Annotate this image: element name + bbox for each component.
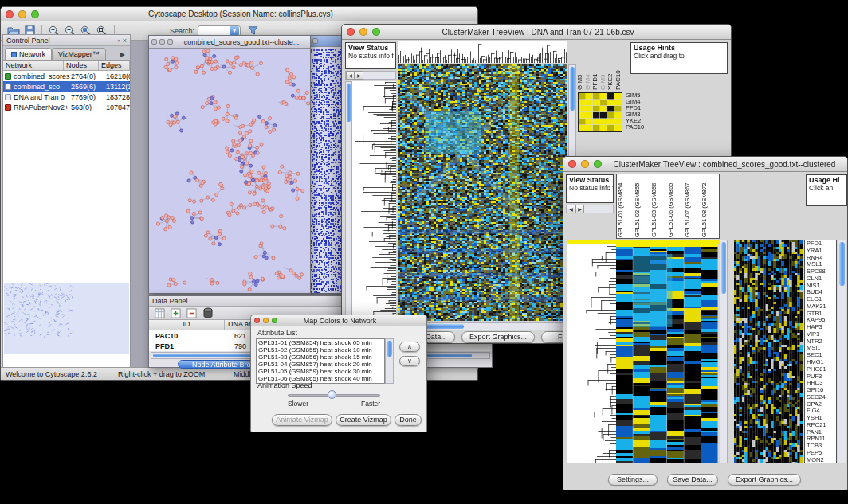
gene-label[interactable]: HMG1 xyxy=(807,359,836,366)
gene-label[interactable]: HRD3 xyxy=(807,380,836,387)
save-data-button[interactable]: Save Data... xyxy=(667,474,718,486)
close-icon[interactable] xyxy=(151,39,157,45)
gene-label[interactable]: MAK31 xyxy=(807,303,836,311)
slider-thumb[interactable] xyxy=(328,390,336,399)
global-heatmap[interactable] xyxy=(734,240,803,463)
tab-overflow-button[interactable]: ▶ xyxy=(120,51,128,60)
scroll-left-icon[interactable]: ◀ xyxy=(346,71,355,80)
gene-label[interactable]: PAN1 xyxy=(807,429,836,436)
gene-label[interactable]: NTR2 xyxy=(807,338,836,346)
minimize-button[interactable] xyxy=(263,318,269,323)
array-label[interactable]: GPL51-01 (GSM854 xyxy=(618,175,634,237)
gene-label[interactable]: HAP3 xyxy=(807,324,836,331)
minimize-button[interactable] xyxy=(18,10,26,18)
treeview-combined-titlebar[interactable]: ClusterMaker TreeView : combined_scores_… xyxy=(563,157,847,172)
settings-button[interactable]: Settings... xyxy=(608,474,658,486)
gene-label[interactable]: MSL1 xyxy=(807,261,836,268)
array-label[interactable]: GPL51-06 (GSM865 xyxy=(668,175,685,237)
array-dendrogram[interactable] xyxy=(398,41,567,63)
export-graphics-button[interactable]: Export Graphics... xyxy=(461,331,535,343)
array-label[interactable]: GIM4 xyxy=(584,42,592,90)
column-header-network[interactable]: Network xyxy=(3,61,64,70)
gene-label[interactable]: PUF3 xyxy=(807,373,836,381)
tab-network[interactable]: Network xyxy=(5,48,52,60)
gene-label[interactable]: SEC1 xyxy=(807,352,836,359)
maximize-icon[interactable] xyxy=(167,39,173,45)
gene-label[interactable]: SPC98 xyxy=(807,268,836,275)
gene-label[interactable]: PEP5 xyxy=(807,450,836,457)
zoom-button[interactable] xyxy=(594,160,602,168)
close-button[interactable] xyxy=(6,10,14,18)
select-attributes-icon[interactable] xyxy=(154,307,166,319)
export-graphics-button[interactable]: Export Graphics... xyxy=(728,474,801,486)
mini-heatmap[interactable] xyxy=(578,92,622,132)
gene-label[interactable]: GTB1 xyxy=(807,311,836,318)
array-label[interactable]: GPL51-07 (GSM867 xyxy=(685,175,701,237)
array-label[interactable]: PFD1 xyxy=(591,42,599,90)
network-canvas[interactable] xyxy=(149,49,310,293)
gene-label[interactable]: ELG1 xyxy=(807,296,836,303)
gene-label[interactable]: RPN11 xyxy=(807,436,836,443)
scrollbar-thumb[interactable] xyxy=(347,84,351,122)
gene-label[interactable]: YRA1 xyxy=(807,248,836,255)
close-icon[interactable] xyxy=(312,38,318,44)
scrollbar-thumb[interactable] xyxy=(721,242,726,294)
gene-label[interactable]: NIS1 xyxy=(807,283,836,290)
gene-dendrogram[interactable] xyxy=(352,81,396,321)
minimize-button[interactable] xyxy=(359,28,367,36)
scroll-right-icon[interactable]: ▶ xyxy=(355,71,363,80)
network-view-titlebar[interactable]: combined_scores_good.txt--cluste... xyxy=(149,36,310,49)
database-icon[interactable] xyxy=(202,307,214,319)
gene-list-vscrollbar[interactable] xyxy=(838,240,846,463)
attribute-item[interactable]: GPL51-03 (GSM856) heat shock 15 min xyxy=(257,354,384,361)
zoom-button[interactable] xyxy=(272,318,277,323)
gene-label[interactable]: PHO81 xyxy=(807,366,836,373)
network-view-2-titlebar[interactable] xyxy=(310,36,344,47)
close-button[interactable] xyxy=(568,160,576,168)
scrollbar-thumb[interactable] xyxy=(570,67,575,111)
array-label[interactable]: YKE2 xyxy=(607,42,614,90)
array-label[interactable]: GIM5 xyxy=(576,42,584,90)
attribute-item[interactable]: GPL51-01 (GSM854) heat shock 05 min xyxy=(257,339,384,346)
column-header-id[interactable]: ID xyxy=(149,320,225,330)
map-colors-titlebar[interactable]: Map Colors to Network xyxy=(251,315,426,326)
gene-label[interactable]: KAP95 xyxy=(807,317,836,324)
create-vizmap-button[interactable]: Create Vizmap xyxy=(336,414,391,426)
scrollbar-thumb[interactable] xyxy=(839,242,845,286)
gene-label[interactable]: FIG4 xyxy=(807,408,836,415)
gene-label[interactable]: VIP1 xyxy=(807,331,836,338)
array-label[interactable]: GIM3 xyxy=(599,42,607,90)
treeview-dna-titlebar[interactable]: ClusterMaker TreeView : DNA and Tran 07-… xyxy=(342,25,731,40)
close-button[interactable] xyxy=(347,28,355,36)
zoom-button[interactable] xyxy=(372,28,380,36)
network-row-rnapuber[interactable]: RNAPuberNov2+ 563(0) 107847(0) xyxy=(3,102,130,112)
array-label[interactable]: GPL51-02 (GSM855 xyxy=(634,175,651,237)
gene-label[interactable]: MON2 xyxy=(807,457,836,463)
column-header-edges[interactable]: Edges xyxy=(99,61,130,70)
view-status-hscrollbar[interactable]: ◀ ▶ xyxy=(345,71,396,80)
done-button[interactable]: Done xyxy=(395,414,422,426)
delete-attribute-icon[interactable] xyxy=(186,307,198,319)
array-label[interactable]: GPL51-08 (GSM872 xyxy=(701,175,718,237)
gene-label[interactable]: CLN1 xyxy=(807,275,836,283)
gene-label[interactable]: SEC24 xyxy=(807,394,836,401)
scroll-left-icon[interactable]: ◀ xyxy=(567,205,575,213)
attribute-list[interactable]: GPL51-01 (GSM854) heat shock 05 minGPL51… xyxy=(256,338,385,384)
cytoscape-titlebar[interactable]: Cytoscape Desktop (Session Name: collins… xyxy=(1,7,477,21)
move-down-button[interactable]: ∨ xyxy=(399,356,420,366)
array-label[interactable]: GPL51-03 (GSM856 xyxy=(651,175,668,237)
float-panel-icon[interactable]: ▫ xyxy=(118,37,120,45)
close-button[interactable] xyxy=(254,318,260,323)
gene-label[interactable]: CPA2 xyxy=(807,401,836,408)
column-header-nodes[interactable]: Nodes xyxy=(64,61,99,70)
close-panel-icon[interactable]: × xyxy=(123,37,127,45)
minimize-button[interactable] xyxy=(581,160,589,168)
gene-label[interactable]: RPO21 xyxy=(807,422,836,429)
gene-label[interactable]: PAC10 xyxy=(626,124,658,131)
array-label[interactable]: PAC10 xyxy=(614,42,622,90)
heatmap[interactable] xyxy=(616,244,718,463)
heatmap-vscrollbar[interactable] xyxy=(720,240,728,463)
gene-label[interactable]: TCB3 xyxy=(807,443,836,450)
zoom-button[interactable] xyxy=(31,10,39,18)
tab-vizmapper[interactable]: VizMapper™ xyxy=(52,48,106,60)
